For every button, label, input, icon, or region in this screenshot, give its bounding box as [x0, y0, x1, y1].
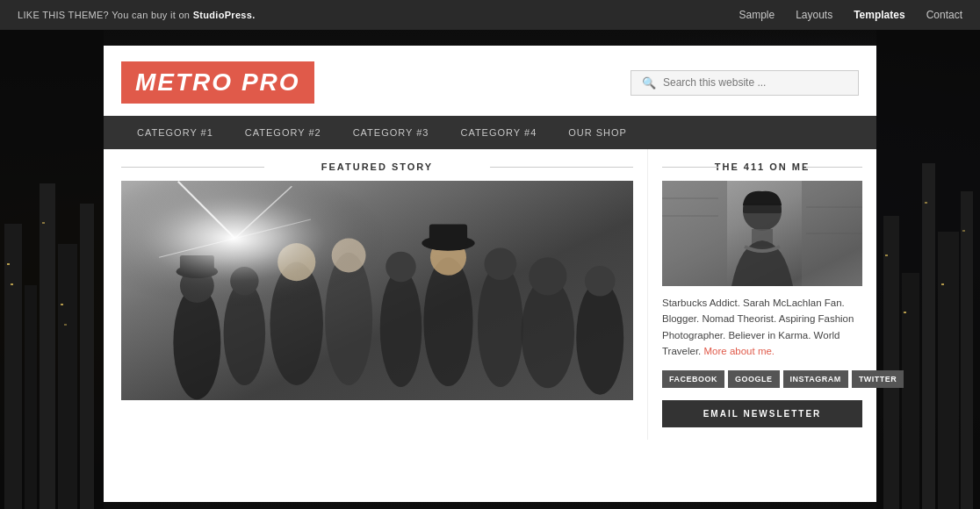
search-box[interactable]: 🔍 [631, 70, 859, 96]
nav-item-category4[interactable]: CATEGORY #4 [444, 116, 552, 149]
search-icon: 🔍 [642, 76, 656, 90]
site-navigation: CATEGORY #1 CATEGORY #2 CATEGORY #3 CATE… [104, 116, 876, 149]
bio-text: Starbucks Addict. Sarah McLachlan Fan. B… [662, 295, 862, 360]
nav-item-ourshop[interactable]: OUR SHOP [552, 116, 643, 149]
email-newsletter: EMAIL NEWSLETTER [662, 400, 862, 427]
twitter-button[interactable]: TWITTER [852, 370, 904, 388]
search-input[interactable] [663, 76, 847, 89]
nav-item-category1[interactable]: CATEGORY #1 [121, 116, 229, 149]
social-buttons: FACEBOOK GOOGLE INSTAGRAM TWITTER [662, 370, 862, 388]
main-wrapper: METRO PRO 🔍 CATEGORY #1 CATEGORY #2 CATE… [104, 46, 876, 502]
nav-item-category3[interactable]: CATEGORY #3 [337, 116, 445, 149]
top-nav-layouts[interactable]: Layouts [796, 9, 832, 21]
city-left-panel [0, 30, 104, 509]
main-content: FEATURED STORY [104, 149, 648, 440]
content-area: FEATURED STORY [104, 149, 876, 440]
top-nav-contact[interactable]: Contact [926, 9, 962, 21]
sidebar-profile-image [662, 181, 862, 286]
promo-link[interactable]: StudioPress. [193, 10, 256, 20]
city-right-panel [876, 30, 980, 509]
featured-svg [121, 181, 633, 400]
instagram-button[interactable]: INSTAGRAM [783, 370, 848, 388]
site-header: METRO PRO 🔍 [104, 46, 876, 116]
newsletter-title: EMAIL NEWSLETTER [673, 409, 852, 419]
top-nav-templates[interactable]: Templates [854, 9, 904, 21]
nav-item-category2[interactable]: CATEGORY #2 [229, 116, 337, 149]
sidebar-section-title: THE 411 ON ME [662, 161, 862, 172]
bio-more-link[interactable]: More about me. [704, 346, 775, 356]
top-nav: Sample Layouts Templates Contact [739, 9, 962, 21]
google-button[interactable]: GOOGLE [728, 370, 780, 388]
featured-image [121, 181, 633, 400]
svg-rect-30 [743, 203, 782, 213]
featured-title: FEATURED STORY [121, 161, 633, 172]
profile-svg [662, 181, 862, 286]
top-nav-sample[interactable]: Sample [739, 9, 775, 21]
promo-text: LIKE THIS THEME? You can buy it on Studi… [18, 10, 256, 20]
featured-image-inner [121, 181, 633, 400]
top-bar: LIKE THIS THEME? You can buy it on Studi… [0, 0, 980, 30]
sidebar: THE 411 ON ME [648, 149, 876, 440]
svg-rect-23 [121, 181, 633, 400]
svg-rect-32 [662, 181, 727, 286]
site-logo: METRO PRO [121, 61, 314, 104]
facebook-button[interactable]: FACEBOOK [662, 370, 724, 388]
